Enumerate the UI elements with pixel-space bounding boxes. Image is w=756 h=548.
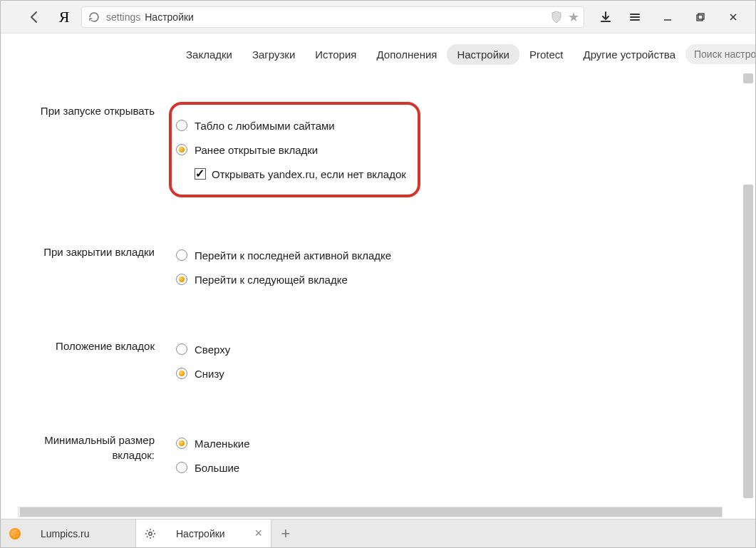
- minsize-option-small[interactable]: Маленькие: [176, 431, 740, 455]
- option-label: Перейти к следующей вкладке: [195, 274, 348, 286]
- section-tab-close: При закрытии вкладки Перейти к последней…: [1, 243, 740, 291]
- option-label: Сверху: [195, 343, 230, 356]
- startup-option-previous-tabs[interactable]: Ранее открытые вкладки: [176, 138, 406, 162]
- settings-search: [685, 44, 755, 64]
- section-startup: При запуске открывать Табло с любимыми с…: [1, 102, 740, 197]
- tab-title: Lumpics.ru: [41, 528, 127, 539]
- minimize-button[interactable]: [651, 1, 684, 33]
- nav-settings[interactable]: Настройки: [447, 44, 519, 65]
- browser-tabbar: Lumpics.ru Настройки × +: [1, 519, 755, 547]
- close-window-button[interactable]: [717, 1, 750, 33]
- radio-icon: [176, 438, 187, 449]
- tabpos-option-bottom[interactable]: Снизу: [176, 361, 740, 386]
- option-label: Маленькие: [195, 438, 249, 450]
- new-tab-button[interactable]: +: [271, 519, 300, 547]
- option-label: Снизу: [195, 368, 224, 380]
- yandex-logo[interactable]: Я: [54, 7, 74, 27]
- radio-icon: [176, 120, 187, 131]
- maximize-button[interactable]: [684, 1, 717, 33]
- radio-icon: [176, 462, 187, 473]
- close-option-next[interactable]: Перейти к следующей вкладке: [176, 267, 740, 291]
- settings-page: Закладки Загрузки История Дополнения Нас…: [1, 33, 755, 519]
- lumpics-favicon: [9, 528, 21, 539]
- vertical-scrollbar-thumb[interactable]: [743, 185, 753, 498]
- vertical-scroll-up[interactable]: [743, 73, 753, 83]
- startup-open-yandex-checkbox[interactable]: Открывать yandex.ru, если нет вкладок: [176, 162, 406, 186]
- nav-history[interactable]: История: [305, 44, 366, 65]
- option-label: Табло с любимыми сайтами: [195, 120, 335, 132]
- close-option-last-active[interactable]: Перейти к последней активной вкладке: [176, 243, 740, 267]
- highlight-annotation: Табло с любимыми сайтами Ранее открытые …: [169, 102, 420, 197]
- scrollbar-thumb[interactable]: [20, 507, 722, 517]
- nav-downloads[interactable]: Загрузки: [242, 44, 305, 65]
- address-text: settings Настройки: [106, 11, 194, 23]
- bookmark-star-icon[interactable]: ★: [568, 9, 579, 25]
- svg-rect-1: [698, 14, 704, 19]
- tab-settings[interactable]: Настройки ×: [136, 519, 271, 547]
- reload-icon[interactable]: [88, 11, 100, 24]
- option-label: Открывать yandex.ru, если нет вкладок: [212, 168, 406, 180]
- minsize-option-large[interactable]: Большие: [176, 455, 740, 480]
- svg-point-2: [149, 532, 152, 534]
- close-tab-icon[interactable]: ×: [254, 526, 262, 541]
- radio-icon: [176, 144, 187, 155]
- horizontal-scrollbar[interactable]: [18, 507, 723, 517]
- settings-body: При запуске открывать Табло с любимыми с…: [1, 75, 740, 519]
- protect-shield-icon[interactable]: [549, 10, 564, 24]
- settings-nav: Закладки Загрузки История Дополнения Нас…: [1, 33, 755, 75]
- window-controls: [593, 1, 750, 33]
- radio-icon: [176, 274, 187, 285]
- section-startup-label: При запуске открывать: [1, 102, 176, 197]
- section-min-tab-size: Минимальный размер вкладок: Маленькие Бо…: [1, 431, 740, 480]
- browser-titlebar: Я settings Настройки ★: [1, 1, 755, 33]
- section-tab-close-label: При закрытии вкладки: [1, 243, 176, 291]
- option-label: Большие: [195, 462, 239, 474]
- address-keyword: settings: [106, 11, 140, 23]
- section-min-tab-size-label: Минимальный размер вкладок:: [1, 431, 176, 480]
- option-label: Перейти к последней активной вкладке: [195, 249, 391, 262]
- address-title: Настройки: [145, 11, 194, 23]
- nav-protect[interactable]: Protect: [519, 44, 574, 65]
- svg-rect-0: [697, 15, 703, 21]
- nav-other-devices[interactable]: Другие устройства: [574, 44, 685, 65]
- menu-icon[interactable]: [618, 1, 651, 33]
- section-tab-position-label: Положение вкладок: [1, 337, 176, 386]
- radio-icon: [176, 343, 187, 355]
- radio-icon: [176, 249, 187, 261]
- startup-option-tablo[interactable]: Табло с любимыми сайтами: [176, 113, 406, 138]
- radio-icon: [176, 368, 187, 379]
- option-label: Ранее открытые вкладки: [195, 144, 318, 156]
- gear-icon: [145, 528, 156, 539]
- tab-lumpics[interactable]: Lumpics.ru: [1, 519, 136, 547]
- nav-bookmarks[interactable]: Закладки: [176, 44, 242, 65]
- nav-addons[interactable]: Дополнения: [366, 44, 447, 65]
- checkbox-icon: [195, 168, 206, 180]
- settings-search-input[interactable]: [685, 44, 755, 64]
- downloads-icon[interactable]: [593, 1, 618, 33]
- section-tab-position: Положение вкладок Сверху Снизу: [1, 337, 740, 386]
- address-bar[interactable]: settings Настройки ★: [81, 6, 584, 28]
- tabpos-option-top[interactable]: Сверху: [176, 337, 740, 361]
- tab-title: Настройки: [176, 528, 240, 539]
- back-button[interactable]: [24, 7, 44, 27]
